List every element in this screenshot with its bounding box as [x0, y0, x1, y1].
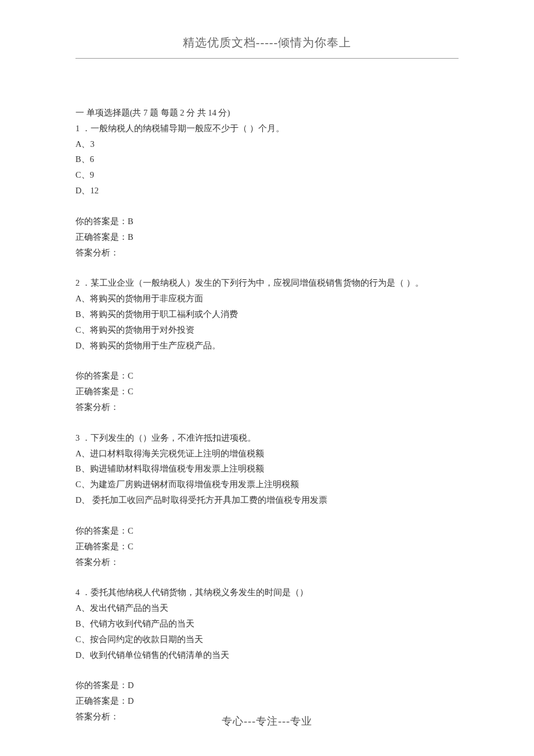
page-container: 精选优质文档-----倾情为你奉上 一 单项选择题(共 7 题 每题 2 分 共… — [0, 0, 534, 748]
question-4-option-d: D、收到代销单位销售的代销清单的当天 — [75, 647, 459, 663]
question-1-option-a: A、3 — [75, 136, 459, 152]
question-1-option-d: D、12 — [75, 183, 459, 199]
question-3-stem: 3 ．下列发生的（）业务，不准许抵扣进项税。 — [75, 430, 459, 446]
question-3-option-b: B、购进辅助材料取得增值税专用发票上注明税额 — [75, 461, 459, 477]
question-1-option-b: B、6 — [75, 152, 459, 167]
question-1-correct-answer: 正确答案是：B — [75, 229, 459, 245]
question-3-option-c: C、为建造厂房购进钢材而取得增值税专用发票上注明税额 — [75, 477, 459, 492]
question-3-your-answer: 你的答案是：C — [75, 523, 459, 539]
question-2-correct-answer: 正确答案是：C — [75, 384, 459, 399]
question-2-option-b: B、将购买的货物用于职工福利或个人消费 — [75, 307, 459, 322]
question-4-option-a: A、发出代销产品的当天 — [75, 600, 459, 616]
footer-text: 专心---专注---专业 — [222, 715, 312, 727]
question-1: 1 ．一般纳税人的纳税辅导期一般应不少于（ ）个月。 A、3 B、6 C、9 D… — [75, 121, 459, 199]
question-1-analysis: 答案分析： — [75, 245, 459, 261]
question-2-stem: 2 ．某工业企业（一般纳税人）发生的下列行为中，应视同增值税销售货物的行为是（ … — [75, 275, 459, 291]
content-body: 一 单项选择题(共 7 题 每题 2 分 共 14 分) 1 ．一般纳税人的纳税… — [75, 105, 459, 725]
question-1-answer: 你的答案是：B 正确答案是：B 答案分析： — [75, 214, 459, 260]
question-4-option-c: C、按合同约定的收款日期的当天 — [75, 632, 459, 647]
question-2-your-answer: 你的答案是：C — [75, 368, 459, 384]
question-4-correct-answer: 正确答案是：D — [75, 693, 459, 709]
question-3-answer: 你的答案是：C 正确答案是：C 答案分析： — [75, 523, 459, 570]
header-divider — [75, 58, 459, 59]
question-3-analysis: 答案分析： — [75, 555, 459, 570]
question-2-answer: 你的答案是：C 正确答案是：C 答案分析： — [75, 368, 459, 415]
header-title: 精选优质文档-----倾情为你奉上 — [75, 35, 459, 52]
question-2: 2 ．某工业企业（一般纳税人）发生的下列行为中，应视同增值税销售货物的行为是（ … — [75, 275, 459, 353]
page-footer: 专心---专注---专业 — [0, 714, 534, 728]
question-4-your-answer: 你的答案是：D — [75, 678, 459, 693]
question-2-analysis: 答案分析： — [75, 399, 459, 415]
question-4: 4 ．委托其他纳税人代销货物，其纳税义务发生的时间是（） A、发出代销产品的当天… — [75, 585, 459, 663]
question-1-your-answer: 你的答案是：B — [75, 214, 459, 229]
question-3-correct-answer: 正确答案是：C — [75, 539, 459, 555]
question-2-option-c: C、将购买的货物用于对外投资 — [75, 322, 459, 338]
question-3-option-d: D、 委托加工收回产品时取得受托方开具加工费的增值税专用发票 — [75, 492, 459, 508]
question-4-option-b: B、代销方收到代销产品的当天 — [75, 616, 459, 632]
section-header: 一 单项选择题(共 7 题 每题 2 分 共 14 分) — [75, 105, 459, 121]
question-3-option-a: A、进口材料取得海关完税凭证上注明的增值税额 — [75, 446, 459, 462]
page-header: 精选优质文档-----倾情为你奉上 — [75, 35, 459, 52]
question-1-stem: 1 ．一般纳税人的纳税辅导期一般应不少于（ ）个月。 — [75, 121, 459, 136]
question-3: 3 ．下列发生的（）业务，不准许抵扣进项税。 A、进口材料取得海关完税凭证上注明… — [75, 430, 459, 508]
question-2-option-a: A、将购买的货物用于非应税方面 — [75, 291, 459, 307]
question-4-stem: 4 ．委托其他纳税人代销货物，其纳税义务发生的时间是（） — [75, 585, 459, 600]
question-1-option-c: C、9 — [75, 167, 459, 183]
question-2-option-d: D、将购买的货物用于生产应税产品。 — [75, 338, 459, 354]
